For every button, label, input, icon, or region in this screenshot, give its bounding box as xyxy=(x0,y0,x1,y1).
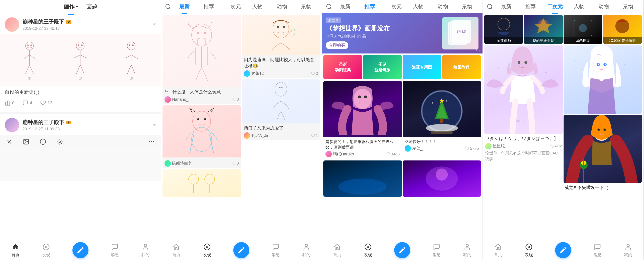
tab-latest[interactable]: 最新 xyxy=(172,2,196,11)
activity-card-4[interactable]: 绘画教程 xyxy=(442,55,481,79)
svg-line-5 xyxy=(30,65,34,74)
tab-animals-3[interactable]: 动物 xyxy=(430,2,455,11)
banner-buy-button[interactable]: 立即购买 xyxy=(326,41,348,49)
artwork-card-4[interactable] xyxy=(403,161,481,197)
tab-anime-4[interactable]: 二次元 xyxy=(543,2,567,11)
anime-series-3[interactable]: 凹凸世界 xyxy=(564,15,602,44)
message-icon-4 xyxy=(593,242,602,251)
tab-scenery-3[interactable]: 景物 xyxy=(455,2,480,11)
search-button-3[interactable] xyxy=(325,3,333,11)
nav-profile[interactable]: 我的 xyxy=(141,242,150,257)
nav-discover-3[interactable]: 发现 xyxy=(364,242,372,257)
close-button[interactable] xyxy=(5,137,14,146)
heart-icon-r1 xyxy=(386,152,390,156)
expand-icon[interactable] xyxy=(153,24,156,26)
panel-discovery-latest: 最新 推荐 二次元 人物 动物 景物 xyxy=(161,0,322,260)
anime-series-2[interactable]: 我的英雄学院 xyxy=(524,15,562,44)
tab-people-3[interactable]: 人物 xyxy=(406,2,431,11)
card-meta-3: 陈醋溜白菜 0 xyxy=(164,160,239,167)
anime-left-col: ✦ ✦ SAMPLE ワタシはカケラ、ワタシはーつ。】 星星瓶 xyxy=(484,45,563,191)
nav-profile-2[interactable]: 我的 xyxy=(302,242,311,257)
nav-discover-4[interactable]: 发现 xyxy=(524,242,533,257)
info-button[interactable] xyxy=(38,137,47,146)
tab-animals-4[interactable]: 动物 xyxy=(592,2,616,11)
profile-icon-2 xyxy=(302,242,311,251)
like-action[interactable]: 13 xyxy=(40,100,52,106)
nav-messages-2[interactable]: 消息 xyxy=(271,242,280,257)
post-text: 自设的更新史(¨̮) xyxy=(0,86,161,98)
search-button-4[interactable] xyxy=(486,3,494,11)
avatar[interactable] xyxy=(5,17,19,32)
anime-card-right-2[interactable] xyxy=(564,115,642,183)
anime-card-right-1[interactable]: ☆ ★ SAMPLE xyxy=(564,45,642,114)
nav-discover[interactable]: 发现 xyxy=(42,242,50,257)
tab-recommended-3[interactable]: 推荐 xyxy=(358,2,382,11)
activity-card-2[interactable]: 圣诞益趣奇旅 xyxy=(363,55,402,79)
tab-anime[interactable]: 二次元 xyxy=(221,2,245,11)
tab-artwork[interactable]: 画作 xyxy=(64,3,78,11)
nav-messages-4[interactable]: 消息 xyxy=(593,242,602,257)
nav-profile-4[interactable]: 我的 xyxy=(624,242,632,257)
nav-create-2[interactable] xyxy=(233,242,249,258)
create-fab[interactable] xyxy=(72,242,88,258)
disc-card-4[interactable]: 两口子又来秀恩爱了。 阿瑶A_Jin 1 xyxy=(242,79,320,141)
more-button[interactable] xyxy=(147,137,156,146)
tab-anime-3[interactable]: 二次元 xyxy=(382,2,406,11)
artwork-card-2[interactable]: 圣诞快乐！！！！ 夏普_ 5785 xyxy=(403,81,481,159)
disc-card-2[interactable]: 因为是速画，问题比较大，可以随意吐槽😂 奶茶12 0 xyxy=(242,15,320,78)
activity-card-1[interactable]: 圣诞动图征集 xyxy=(324,55,362,79)
nav-create-3[interactable] xyxy=(394,242,410,258)
nav-home-3[interactable]: 首页 xyxy=(333,242,342,257)
nav-discover-2[interactable]: 发现 xyxy=(203,242,212,257)
post-time: 2019-12-27 13:45:18 xyxy=(22,26,150,31)
discover-icon-3 xyxy=(364,242,372,251)
nav-profile-3[interactable]: 我的 xyxy=(463,242,472,257)
create-fab-4[interactable] xyxy=(555,242,571,258)
nav-messages[interactable]: 消息 xyxy=(110,242,119,257)
tab-latest-3[interactable]: 最新 xyxy=(333,2,358,11)
tab-animals[interactable]: 动物 xyxy=(270,2,294,11)
bottom-nav-4: 首页 发现 消息 xyxy=(483,240,644,260)
tab-scenery-4[interactable]: 景物 xyxy=(616,2,640,11)
rec-banner[interactable]: 画世界 《梦想世界》画册发布 收录人气画师热门作品 立即购买 梦想世界 2/5 xyxy=(322,13,482,54)
activity-card-3[interactable]: 逆证专用图 xyxy=(403,55,441,79)
anime-right-col: ☆ ★ SAMPLE xyxy=(564,45,642,191)
svg-point-54 xyxy=(205,174,215,184)
tab-scenery[interactable]: 景物 xyxy=(294,2,318,11)
svg-rect-16 xyxy=(79,47,82,47)
anime-main-artwork[interactable]: ✦ ✦ SAMPLE xyxy=(484,45,563,134)
tab-people-4[interactable]: 人物 xyxy=(567,2,592,11)
create-fab-3[interactable] xyxy=(394,242,410,258)
comment-action[interactable]: 4 xyxy=(22,100,32,106)
nav-home-2[interactable]: 首页 xyxy=(172,242,181,257)
tab-recommended[interactable]: 推荐 xyxy=(196,2,221,11)
tab-latest-4[interactable]: 最新 xyxy=(494,2,518,11)
artwork-card-1[interactable]: 是参赛的图，想要推荐和赞画的自设和oc，画到后面很 晴纸Haruko 3448 xyxy=(324,81,402,159)
disc-card-5[interactable] xyxy=(162,169,241,197)
nav-home[interactable]: 首页 xyxy=(11,242,20,257)
anime-series-1[interactable]: 魔道祖师 xyxy=(484,15,523,44)
gift-action[interactable]: 0 xyxy=(5,100,14,106)
disc-card-3[interactable]: 陈醋溜白菜 0 xyxy=(162,105,241,168)
tab-recommended-4[interactable]: 推荐 xyxy=(518,2,543,11)
create-fab-2[interactable] xyxy=(233,242,249,258)
speed-draw xyxy=(255,17,307,53)
nav-messages-3[interactable]: 消息 xyxy=(432,242,441,257)
svg-line-19 xyxy=(125,55,131,59)
artwork-card-3[interactable] xyxy=(324,161,402,197)
avatar-2[interactable] xyxy=(5,118,19,132)
tab-topic[interactable]: 画题 xyxy=(86,3,98,11)
expand-icon-2[interactable] xyxy=(153,124,156,126)
settings-button[interactable] xyxy=(55,137,64,146)
svg-text:梦想世界: 梦想世界 xyxy=(456,30,466,33)
search-button[interactable] xyxy=(164,3,172,11)
svg-point-115 xyxy=(605,64,606,65)
anime-series-4[interactable]: JOJO的奇妙冒险 xyxy=(603,15,642,44)
nav-create[interactable] xyxy=(72,242,88,258)
tab-people[interactable]: 人物 xyxy=(245,2,270,11)
disc-card-1[interactable]: **，什么鬼，人体是什么玩意 Nanano_ 0 xyxy=(162,15,241,104)
svg-point-116 xyxy=(600,78,603,81)
nav-home-4[interactable]: 首页 xyxy=(494,242,502,257)
photo-button[interactable] xyxy=(22,137,30,146)
nav-create-4[interactable] xyxy=(555,242,571,258)
